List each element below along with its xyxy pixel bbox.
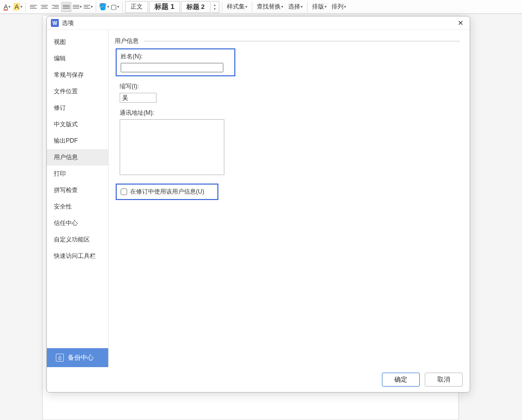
- backup-label: 备份中心: [68, 353, 94, 362]
- style-heading2[interactable]: 标题 2: [181, 1, 210, 13]
- initials-group: 缩写(I):: [120, 82, 460, 103]
- borders-button[interactable]: ▢: [110, 2, 120, 12]
- divider: [222, 2, 222, 12]
- sidebar-item-spellcheck[interactable]: 拼写检查: [47, 182, 108, 199]
- options-dialog: W 选项 ✕ 视图 编辑 常规与保存 文件位置 修订 中文版式 输出PDF 用户…: [46, 16, 470, 393]
- backup-icon: ⎙: [56, 354, 64, 362]
- find-replace-button[interactable]: 查找替换: [255, 1, 285, 12]
- align-justify-button[interactable]: [61, 2, 71, 12]
- sidebar-item-user-info[interactable]: 用户信息: [47, 149, 108, 166]
- line-spacing-button[interactable]: [72, 2, 82, 12]
- dialog-body: 视图 编辑 常规与保存 文件位置 修订 中文版式 输出PDF 用户信息 打印 拼…: [47, 29, 470, 367]
- dialog-titlebar: W 选项 ✕: [47, 16, 470, 29]
- app-icon: W: [51, 19, 59, 27]
- sidebar-item-customize-ribbon[interactable]: 自定义功能区: [47, 231, 108, 248]
- align-center-button[interactable]: [39, 2, 49, 12]
- style-normal[interactable]: 正文: [125, 1, 148, 13]
- sidebar-item-file-locations[interactable]: 文件位置: [47, 83, 108, 100]
- style-set-button[interactable]: 样式集: [225, 1, 249, 12]
- options-content: 用户信息 姓名(N): 缩写(I): 通讯地址(M): 在修订中使用该用户信息(…: [109, 30, 470, 367]
- sidebar-item-general-save[interactable]: 常规与保存: [47, 67, 108, 83]
- ribbon-toolbar: A A 🪣 ▢ 正文 标题 1 标题 2 ▴▾ 样式集 查找替换 选择 排版 排…: [0, 0, 522, 14]
- divider: [25, 2, 26, 12]
- shading-button[interactable]: 🪣: [99, 2, 109, 12]
- ok-button[interactable]: 确定: [382, 373, 420, 387]
- align-left-button[interactable]: [28, 2, 38, 12]
- sidebar-item-revisions[interactable]: 修订: [47, 100, 108, 116]
- address-input[interactable]: [120, 119, 224, 175]
- initials-label: 缩写(I):: [120, 82, 460, 91]
- divider: [307, 2, 308, 12]
- address-group: 通讯地址(M):: [120, 109, 460, 177]
- options-sidebar: 视图 编辑 常规与保存 文件位置 修订 中文版式 输出PDF 用户信息 打印 拼…: [47, 30, 109, 367]
- sidebar-item-print[interactable]: 打印: [47, 166, 108, 182]
- sidebar-item-view[interactable]: 视图: [47, 34, 108, 50]
- select-button[interactable]: 选择: [286, 1, 305, 12]
- dialog-footer: 确定 取消: [47, 367, 470, 392]
- name-group-highlight: 姓名(N):: [116, 48, 235, 76]
- divider: [252, 2, 252, 12]
- sidebar-item-edit[interactable]: 编辑: [47, 50, 108, 67]
- sidebar-item-output-pdf[interactable]: 输出PDF: [47, 133, 108, 149]
- use-in-revisions-label: 在修订中使用该用户信息(U): [130, 188, 204, 196]
- style-gallery-scroll[interactable]: ▴▾: [211, 1, 219, 13]
- align-right-button[interactable]: [50, 2, 60, 12]
- close-button[interactable]: ✕: [456, 18, 466, 28]
- divider: [96, 2, 96, 12]
- arrange-button[interactable]: 排列: [330, 1, 348, 12]
- initials-input[interactable]: [120, 93, 157, 103]
- list-button[interactable]: [83, 2, 93, 12]
- backup-center-button[interactable]: ⎙ 备份中心: [47, 348, 108, 367]
- sidebar-item-chinese-layout[interactable]: 中文版式: [47, 116, 108, 133]
- font-color-button[interactable]: A: [2, 2, 12, 12]
- highlight-color-button[interactable]: A: [13, 2, 23, 12]
- use-in-revisions-highlight: 在修订中使用该用户信息(U): [116, 184, 218, 200]
- section-header: 用户信息: [115, 37, 460, 45]
- sidebar-item-quick-access[interactable]: 快速访问工具栏: [47, 248, 108, 264]
- dialog-title: 选项: [62, 19, 456, 27]
- address-label: 通讯地址(M):: [120, 109, 460, 117]
- cancel-button[interactable]: 取消: [425, 373, 463, 387]
- divider: [122, 2, 123, 12]
- section-title: 用户信息: [115, 37, 139, 44]
- layout-button[interactable]: 排版: [310, 1, 329, 12]
- name-label: 姓名(N):: [121, 53, 143, 60]
- name-input[interactable]: [121, 63, 223, 72]
- style-heading1[interactable]: 标题 1: [149, 1, 180, 13]
- use-in-revisions-checkbox[interactable]: [121, 189, 127, 195]
- sidebar-item-security[interactable]: 安全性: [47, 199, 108, 215]
- sidebar-item-trust-center[interactable]: 信任中心: [47, 215, 108, 231]
